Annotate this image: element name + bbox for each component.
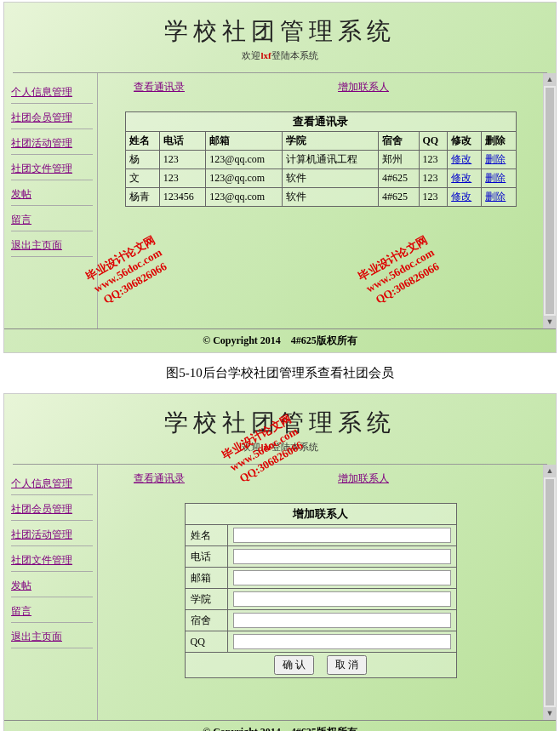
sidebar: 个人信息管理 社团会员管理 社团活动管理 社团文件管理 发帖 留言 退出主页面 (4, 465, 98, 720)
table-row: 杨 123 123@qq.com 计算机通讯工程 郑州 123 修改 删除 (125, 151, 516, 169)
label-name: 姓名 (185, 525, 227, 546)
sidebar-item-files[interactable]: 社团文件管理 (11, 550, 93, 572)
th-edit: 修改 (448, 132, 482, 151)
sidebar-item-message[interactable]: 留言 (11, 209, 93, 231)
scroll-up-icon[interactable]: ▲ (544, 465, 556, 477)
sidebar-item-activities[interactable]: 社团活动管理 (11, 524, 93, 546)
th-dorm: 宿舍 (379, 132, 419, 151)
form-title: 增加联系人 (185, 504, 456, 525)
scroll-down-icon[interactable]: ▼ (544, 707, 556, 720)
sidebar-item-profile[interactable]: 个人信息管理 (11, 82, 93, 104)
sidebar-item-exit[interactable]: 退出主页面 (11, 235, 93, 257)
tab-add[interactable]: 增加联系人 (338, 471, 389, 486)
app-title: 学校社团管理系统 (4, 407, 556, 439)
input-name[interactable] (233, 528, 451, 543)
app-header: 学校社团管理系统 欢迎lxf登陆本系统 (4, 3, 556, 69)
submit-button[interactable] (274, 655, 314, 675)
scroll-thumb[interactable] (546, 479, 554, 705)
input-email[interactable] (233, 570, 451, 585)
scroll-down-icon[interactable]: ▼ (544, 316, 556, 328)
tabs: 查看通讯录 增加联系人 (108, 471, 533, 494)
tab-view[interactable]: 查看通讯录 (134, 80, 185, 94)
sidebar-item-post[interactable]: 发帖 (11, 575, 93, 597)
th-name: 姓名 (125, 132, 159, 151)
content-area: 查看通讯录 增加联系人 查看通讯录 姓名 电话 邮箱 学院 宿舍 QQ 修改 删… (98, 73, 543, 328)
label-email: 邮箱 (185, 568, 227, 589)
app-title: 学校社团管理系统 (4, 15, 556, 48)
input-phone[interactable] (233, 549, 451, 564)
input-college[interactable] (233, 591, 451, 607)
app-body: 个人信息管理 社团会员管理 社团活动管理 社团文件管理 发帖 留言 退出主页面 … (4, 465, 556, 720)
th-qq: QQ (419, 132, 448, 151)
sidebar-item-message[interactable]: 留言 (11, 601, 93, 623)
sidebar-item-exit[interactable]: 退出主页面 (11, 626, 93, 648)
input-dorm[interactable] (233, 613, 451, 628)
scrollbar[interactable]: ▲ ▼ (543, 465, 556, 720)
th-email: 邮箱 (206, 132, 283, 151)
scroll-up-icon[interactable]: ▲ (544, 73, 556, 86)
table-row: 杨青 123456 123@qq.com 软件 4#625 123 修改 删除 (125, 188, 516, 207)
edit-link[interactable]: 修改 (451, 191, 471, 203)
sidebar-item-members[interactable]: 社团会员管理 (11, 107, 93, 129)
table-header-row: 姓名 电话 邮箱 学院 宿舍 QQ 修改 删除 (125, 132, 516, 151)
table-row: 文 123 123@qq.com 软件 4#625 123 修改 删除 (125, 169, 516, 188)
footer: © Copyright 2014 4#625版权所有 (4, 720, 556, 731)
welcome-text: 欢迎lxf登陆本系统 (4, 441, 556, 454)
app-header: 学校社团管理系统 欢迎lxf登陆本系统 (4, 394, 556, 460)
input-qq[interactable] (233, 634, 451, 649)
contacts-table: 查看通讯录 姓名 电话 邮箱 学院 宿舍 QQ 修改 删除 杨 123 123@… (125, 111, 517, 207)
username: lxf (260, 442, 271, 452)
add-contact-form: 增加联系人 姓名 电话 邮箱 学院 宿舍 QQ (185, 503, 457, 678)
label-qq: QQ (185, 631, 227, 653)
tabs: 查看通讯录 增加联系人 (108, 80, 533, 103)
table-title: 查看通讯录 (125, 112, 516, 132)
content-area: 查看通讯录 增加联系人 增加联系人 姓名 电话 邮箱 学院 宿舍 QQ (98, 465, 543, 720)
edit-link[interactable]: 修改 (451, 172, 471, 184)
figure-caption-1: 图5-10后台学校社团管理系查看社团会员 (0, 355, 560, 391)
delete-link[interactable]: 删除 (485, 191, 506, 203)
scrollbar[interactable]: ▲ ▼ (543, 73, 556, 328)
label-college: 学院 (185, 589, 227, 610)
th-del: 删除 (482, 132, 516, 151)
delete-link[interactable]: 删除 (485, 172, 506, 184)
sidebar-item-profile[interactable]: 个人信息管理 (11, 473, 93, 495)
delete-link[interactable]: 删除 (485, 153, 506, 165)
th-phone: 电话 (159, 132, 206, 151)
app-body: 个人信息管理 社团会员管理 社团活动管理 社团文件管理 发帖 留言 退出主页面 … (4, 73, 556, 328)
username: lxf (260, 50, 271, 60)
welcome-text: 欢迎lxf登陆本系统 (4, 49, 556, 62)
tab-add[interactable]: 增加联系人 (338, 80, 389, 94)
sidebar: 个人信息管理 社团会员管理 社团活动管理 社团文件管理 发帖 留言 退出主页面 (4, 73, 98, 328)
tab-view[interactable]: 查看通讯录 (134, 471, 185, 486)
th-college: 学院 (283, 132, 379, 151)
label-dorm: 宿舍 (185, 610, 227, 631)
app-window-view: 学校社团管理系统 欢迎lxf登陆本系统 个人信息管理 社团会员管理 社团活动管理… (3, 2, 557, 353)
footer: © Copyright 2014 4#625版权所有 (4, 328, 556, 352)
edit-link[interactable]: 修改 (451, 153, 471, 165)
label-phone: 电话 (185, 546, 227, 568)
sidebar-item-members[interactable]: 社团会员管理 (11, 499, 93, 521)
cancel-button[interactable] (327, 655, 367, 675)
app-window-add: 学校社团管理系统 欢迎lxf登陆本系统 个人信息管理 社团会员管理 社团活动管理… (3, 393, 557, 731)
sidebar-item-post[interactable]: 发帖 (11, 184, 93, 206)
scroll-thumb[interactable] (546, 88, 554, 314)
sidebar-item-activities[interactable]: 社团活动管理 (11, 133, 93, 155)
sidebar-item-files[interactable]: 社团文件管理 (11, 158, 93, 180)
